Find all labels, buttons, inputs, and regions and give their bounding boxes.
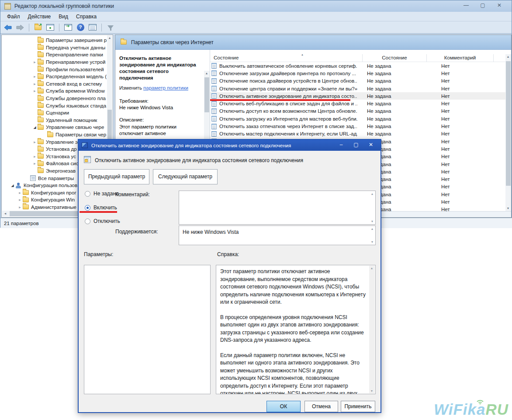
scroll-down-icon[interactable]: ▼ [370,389,374,392]
policy-icon [84,156,91,163]
supported-on-field[interactable]: Не ниже Windows Vista ▲ ▼ [179,226,376,245]
tree-item[interactable]: Перенаправление папки [2,51,107,59]
tree-item[interactable]: ▸Распределенная модель ( [2,73,107,80]
policy-list-row[interactable]: Отключение поиска драйверов устройств в … [210,77,505,85]
tree-item[interactable]: ▸Перенаправление устрой [2,59,107,66]
app-icon [4,3,11,10]
apply-button[interactable]: Применить [341,401,375,412]
menu-файл[interactable]: Файл [3,13,24,21]
tree-item[interactable]: ◢Управление связью чере [2,124,107,131]
previous-setting-button[interactable]: Предыдущий параметр [84,169,149,184]
collapsed-arrow-icon[interactable]: ▸ [32,154,38,159]
scroll-up-icon[interactable]: ▲ [505,54,511,59]
collapsed-arrow-icon[interactable]: ▸ [17,191,23,195]
tree-item[interactable]: Сценарии [2,109,107,117]
help-scrollbar[interactable]: ▲ ▼ [369,266,375,393]
policy-list-row[interactable]: Отключить веб-публикацию в списке задач … [210,100,505,107]
scroll-down-icon[interactable]: ▼ [370,220,374,223]
expanded-arrow-icon[interactable]: ◢ [32,125,38,129]
column-header-comment[interactable]: Комментарий [427,54,494,62]
cancel-button[interactable]: Отмена [304,401,338,412]
policy-list-row[interactable]: Отключить заказ отпечатков через Интерне… [210,122,505,130]
dialog-close-button[interactable]: ✕ [365,141,377,149]
maximize-button[interactable]: ▢ [477,2,489,10]
collapsed-arrow-icon[interactable]: ▸ [32,140,38,144]
column-header-state[interactable]: Состояние [363,54,427,62]
policy-list-row[interactable]: Отключить доступ ко всем возможностям Це… [210,108,505,115]
scroll-up-icon[interactable]: ▲ [204,71,209,76]
policy-list-row[interactable]: Отключить загрузку из Интернета для маст… [210,115,505,122]
policy-comment: Нет [422,184,488,189]
folder-icon [38,81,44,86]
back-button[interactable] [3,23,13,32]
export-list-button[interactable] [63,23,73,32]
scroll-down-icon[interactable]: ▼ [505,206,511,211]
tree-item[interactable]: Службы доверенного пла [2,95,107,102]
help-button[interactable]: ? [76,23,85,32]
forward-button[interactable] [15,23,25,32]
console-tree-button[interactable] [88,23,97,32]
radio-option-3[interactable]: Отключить [85,217,120,225]
list-vertical-scrollbar[interactable]: ▲ ▼ [505,54,511,211]
policy-list-row[interactable]: Отключить мастер подключения к Интернету… [210,130,505,138]
tree-item[interactable]: ▸Сетевой вход в систему [2,80,107,88]
menu-вид[interactable]: Вид [55,13,72,21]
scroll-left-icon[interactable]: ◄ [2,211,8,217]
policy-list-row[interactable]: Выключить автоматическое обновление корн… [210,62,505,69]
dialog-minimize-button[interactable]: – [335,141,347,149]
up-one-level-button[interactable] [33,23,43,32]
scroll-up-icon[interactable]: ▲ [370,227,374,230]
dialog-title-bar[interactable]: Отключить активное зондирование для инди… [79,140,381,151]
menu-справка[interactable]: Справка [72,13,100,21]
scroll-up-icon[interactable]: ▲ [370,267,374,270]
tree-item[interactable]: Службы языковых станда [2,102,107,109]
scroll-up-icon[interactable]: ▲ [107,35,112,41]
collapsed-arrow-icon[interactable]: ▸ [32,161,38,166]
folder-icon [121,40,127,45]
supported-label: Поддерживается: [115,229,158,235]
collapsed-arrow-icon[interactable]: ▸ [32,60,38,64]
collapsed-arrow-icon[interactable]: ▸ [17,205,23,209]
export-list-icon [64,24,72,31]
radio-option-1[interactable]: Не задано [85,190,119,198]
radio-selected-icon[interactable] [85,205,90,211]
close-button[interactable]: ✕ [493,2,505,10]
tree-item[interactable]: Параметры завершения р [2,37,107,44]
policy-list-row[interactable]: Отключить активное зондирование для инди… [210,92,505,100]
collapsed-arrow-icon[interactable]: ▸ [17,198,23,202]
show-console-button[interactable] [45,23,55,32]
comment-textarea[interactable]: ▲ ▼ [179,191,376,225]
policy-list-row[interactable]: Отключение центра справки и поддержки «З… [210,85,505,92]
policy-comment: Нет [422,146,488,152]
ok-button[interactable]: ОК [266,401,301,412]
console-tree-icon [89,24,97,31]
collapsed-arrow-icon[interactable]: ▸ [32,89,38,93]
dialog-maximize-button[interactable]: ▢ [350,141,362,149]
tree-item[interactable]: ▸Служба времени Window [2,87,107,95]
policy-list-row[interactable]: Отключение загрузки драйверов принтера п… [210,69,505,77]
edit-policy-link[interactable]: параметр политики [143,85,188,90]
tree-item[interactable]: Удаленный помощник [2,117,107,124]
menu-действие[interactable]: Действие [24,13,55,21]
tree-item[interactable]: Параметры связи чер [2,131,107,139]
policy-setting-icon [211,93,217,99]
radio-option-2[interactable]: Включить [85,204,117,212]
expanded-arrow-icon[interactable]: ◢ [10,184,15,187]
scroll-up-icon[interactable]: ▲ [370,192,374,195]
filter-button[interactable] [106,23,115,32]
forward-arrow-icon [16,24,24,31]
tree-item[interactable]: Передача учетных данны [2,44,107,52]
scroll-down-icon[interactable]: ▼ [370,240,374,243]
screenshot: Редактор локальной групповой политики — … [0,0,512,420]
next-setting-button[interactable]: Следующий параметр [153,169,218,184]
tree-item[interactable]: Профили пользователей [2,66,107,73]
tree-item-label: Управление связью чере [46,125,104,130]
tree-item-label: Конфигурация прог [31,190,76,195]
column-header-setting[interactable]: Состояние [210,54,363,62]
collapsed-arrow-icon[interactable]: ▸ [32,82,38,86]
collapsed-arrow-icon[interactable]: ▸ [32,74,38,79]
title-bar[interactable]: Редактор локальной групповой политики — … [0,0,512,12]
minimize-button[interactable]: — [460,2,472,10]
radio-unselected-icon[interactable] [85,191,90,197]
radio-unselected-icon[interactable] [85,219,90,224]
